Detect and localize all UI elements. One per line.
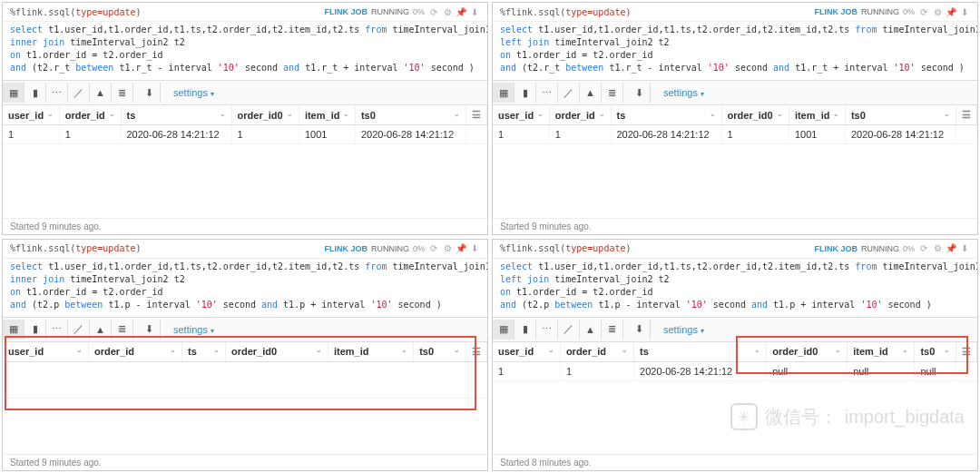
toolbar-line-button[interactable]: ／ — [558, 320, 580, 340]
toolbar-area-button[interactable]: ▲ — [90, 320, 112, 340]
toolbar-stack-button[interactable]: ≣ — [112, 83, 133, 103]
toolbar-dot-button[interactable]: ⋯ — [46, 83, 68, 103]
sort-icon[interactable]: ⌄ — [833, 110, 839, 118]
column-header[interactable]: ts0⌄ — [915, 342, 956, 362]
sort-icon[interactable]: ⌄ — [316, 346, 322, 354]
pin-icon[interactable]: 📌 — [946, 243, 956, 254]
gear-icon[interactable]: ⚙ — [932, 243, 943, 254]
refresh-icon[interactable]: ⟳ — [428, 243, 439, 254]
column-header[interactable]: user_id⌄ — [493, 342, 560, 362]
column-header[interactable]: order_id⌄ — [59, 105, 121, 125]
sort-icon[interactable]: ⌄ — [401, 346, 407, 354]
toolbar-line-button[interactable]: ／ — [68, 83, 90, 103]
column-menu-icon[interactable]: ☰ — [466, 105, 487, 125]
toolbar-stack-button[interactable]: ≣ — [602, 83, 623, 103]
column-header[interactable]: user_id⌄ — [3, 342, 88, 362]
toolbar-area-button[interactable]: ▲ — [580, 320, 602, 340]
toolbar-download-button[interactable]: ⬇ — [139, 320, 161, 340]
download-icon[interactable]: ⬇ — [469, 243, 480, 254]
toolbar-area-button[interactable]: ▲ — [90, 83, 112, 103]
column-header[interactable]: order_id0⌄ — [231, 105, 299, 125]
column-header[interactable]: item_id⌄ — [299, 105, 355, 125]
sort-icon[interactable]: ⌄ — [754, 346, 760, 354]
toolbar-grid-button[interactable]: ▦ — [493, 320, 514, 340]
sort-icon[interactable]: ⌄ — [537, 110, 544, 118]
sort-icon[interactable]: ⌄ — [454, 346, 460, 354]
gear-icon[interactable]: ⚙ — [442, 6, 453, 17]
column-header[interactable]: order_id0⌄ — [721, 105, 789, 125]
sort-icon[interactable]: ⌄ — [343, 110, 349, 118]
toolbar-dot-button[interactable]: ⋯ — [536, 320, 558, 340]
toolbar-download-button[interactable]: ⬇ — [139, 83, 161, 103]
toolbar-grid-button[interactable]: ▦ — [493, 83, 514, 103]
column-header[interactable]: ts0⌄ — [414, 342, 466, 362]
sort-icon[interactable]: ⌄ — [944, 110, 950, 118]
column-menu-icon[interactable]: ☰ — [956, 342, 977, 362]
sort-icon[interactable]: ⌄ — [622, 346, 628, 354]
row-menu[interactable] — [956, 361, 977, 380]
toolbar-stack-button[interactable]: ≣ — [602, 320, 623, 340]
sort-icon[interactable]: ⌄ — [454, 110, 460, 118]
sort-icon[interactable]: ⌄ — [109, 110, 115, 118]
pin-icon[interactable]: 📌 — [456, 243, 466, 254]
download-icon[interactable]: ⬇ — [959, 6, 970, 17]
gear-icon[interactable]: ⚙ — [932, 6, 943, 17]
pin-icon[interactable]: 📌 — [456, 6, 466, 17]
settings-dropdown[interactable]: settings — [656, 324, 711, 335]
settings-dropdown[interactable]: settings — [166, 87, 221, 98]
refresh-icon[interactable]: ⟳ — [918, 6, 929, 17]
column-header[interactable]: item_id⌄ — [328, 342, 413, 362]
toolbar-bar-button[interactable]: ▮ — [24, 83, 46, 103]
sort-icon[interactable]: ⌄ — [777, 110, 783, 118]
column-header[interactable]: order_id⌄ — [88, 342, 181, 362]
sort-icon[interactable]: ⌄ — [835, 346, 841, 354]
column-header[interactable]: order_id0⌄ — [225, 342, 328, 362]
column-menu-icon[interactable]: ☰ — [956, 105, 977, 125]
sort-icon[interactable]: ⌄ — [170, 346, 176, 354]
sort-icon[interactable]: ⌄ — [710, 110, 716, 118]
toolbar-dot-button[interactable]: ⋯ — [46, 320, 68, 340]
column-header[interactable]: ts⌄ — [121, 105, 231, 125]
refresh-icon[interactable]: ⟳ — [918, 243, 929, 254]
gear-icon[interactable]: ⚙ — [442, 243, 453, 254]
pin-icon[interactable]: 📌 — [946, 6, 956, 17]
sort-icon[interactable]: ⌄ — [599, 110, 605, 118]
column-header[interactable]: ts⌄ — [611, 105, 721, 125]
column-header[interactable]: item_id⌄ — [848, 342, 915, 362]
sort-icon[interactable]: ⌄ — [944, 346, 950, 354]
sort-icon[interactable]: ⌄ — [76, 346, 83, 354]
toolbar-bar-button[interactable]: ▮ — [514, 320, 536, 340]
sort-icon[interactable]: ⌄ — [213, 346, 220, 354]
column-header[interactable]: ts⌄ — [182, 342, 226, 362]
sort-icon[interactable]: ⌄ — [287, 110, 293, 118]
toolbar-bar-button[interactable]: ▮ — [514, 83, 536, 103]
column-header[interactable]: order_id⌄ — [560, 342, 633, 362]
column-header[interactable]: ts⌄ — [634, 342, 767, 362]
sort-icon[interactable]: ⌄ — [548, 346, 554, 354]
column-header[interactable]: ts0⌄ — [355, 105, 466, 125]
row-menu[interactable] — [956, 125, 977, 144]
toolbar-download-button[interactable]: ⬇ — [629, 83, 651, 103]
toolbar-grid-button[interactable]: ▦ — [3, 320, 24, 340]
download-icon[interactable]: ⬇ — [959, 243, 970, 254]
toolbar-line-button[interactable]: ／ — [558, 83, 580, 103]
toolbar-stack-button[interactable]: ≣ — [112, 320, 133, 340]
toolbar-grid-button[interactable]: ▦ — [3, 83, 24, 103]
toolbar-download-button[interactable]: ⬇ — [629, 320, 651, 340]
column-header[interactable]: ts0⌄ — [845, 105, 956, 125]
column-menu-icon[interactable]: ☰ — [466, 342, 487, 362]
row-menu[interactable] — [466, 125, 487, 144]
toolbar-bar-button[interactable]: ▮ — [24, 320, 46, 340]
toolbar-dot-button[interactable]: ⋯ — [536, 83, 558, 103]
settings-dropdown[interactable]: settings — [166, 324, 221, 335]
column-header[interactable]: user_id⌄ — [3, 105, 59, 125]
column-header[interactable]: item_id⌄ — [789, 105, 845, 125]
settings-dropdown[interactable]: settings — [656, 87, 711, 98]
toolbar-area-button[interactable]: ▲ — [580, 83, 602, 103]
column-header[interactable]: user_id⌄ — [493, 105, 549, 125]
sort-icon[interactable]: ⌄ — [47, 110, 54, 118]
refresh-icon[interactable]: ⟳ — [428, 6, 439, 17]
sort-icon[interactable]: ⌄ — [220, 110, 226, 118]
download-icon[interactable]: ⬇ — [469, 6, 480, 17]
column-header[interactable]: order_id0⌄ — [767, 342, 848, 362]
